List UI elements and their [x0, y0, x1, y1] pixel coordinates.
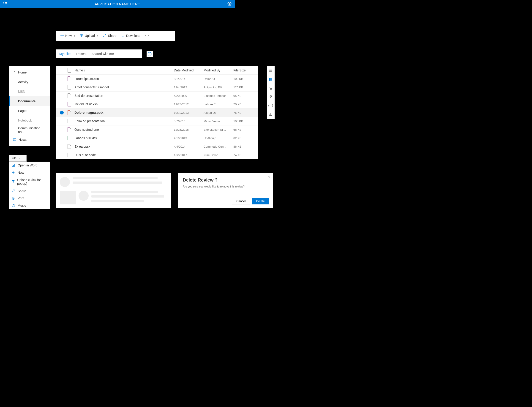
rail-stethoscope-icon[interactable]: [267, 85, 275, 91]
nav-news[interactable]: News: [9, 135, 50, 144]
file-date: 4/16/2013: [174, 136, 204, 140]
menu-print[interactable]: Print: [9, 195, 50, 202]
table-row[interactable]: Sed do.presentation5/20/2020Eiusmod Temp…: [56, 92, 258, 100]
nav-notebook-label: Notebook: [18, 118, 32, 122]
tab-shared[interactable]: Shared with me: [91, 49, 114, 58]
file-modified-by: Commodo Con...: [204, 145, 233, 148]
delete-dialog: ✕ Delete Review ? Are you sure you would…: [178, 173, 273, 208]
nav-home[interactable]: ⌃ Home: [9, 68, 50, 77]
file-icon-header[interactable]: [68, 68, 74, 73]
check-icon: ✓: [60, 111, 64, 114]
file-type-icon: [68, 136, 71, 140]
table-row[interactable]: Enim ad.presentation5/7/2016Minim Veniam…: [56, 117, 258, 125]
download-icon: [121, 34, 125, 38]
tab-my-files[interactable]: My Files: [59, 49, 71, 58]
delete-button[interactable]: Delete: [252, 198, 269, 204]
file-date: 10/6/2017: [174, 153, 204, 157]
dialog-body: Are you sure you would like to remove th…: [183, 185, 269, 188]
nav-documents-label: Documents: [18, 99, 35, 103]
file-modified-by: Dolor Sit: [204, 77, 233, 81]
file-type-icon: [68, 144, 71, 149]
right-rail: { }: [267, 66, 275, 119]
menu-music[interactable]: Music: [9, 202, 50, 209]
file-date: 5/7/2016: [174, 119, 204, 123]
file-size: 76 KB: [233, 111, 254, 114]
menu-new[interactable]: New: [9, 169, 50, 176]
nav-notebook[interactable]: Notebook: [9, 116, 50, 125]
file-modified-by: Eiusmod Tempor: [204, 94, 233, 98]
upload-button[interactable]: Upload ▾: [78, 31, 100, 41]
upload-label: Upload: [85, 34, 95, 38]
column-date[interactable]: Date Modified: [174, 69, 204, 72]
file-menu-button[interactable]: File ▾: [9, 155, 27, 162]
svg-point-9: [269, 79, 270, 80]
share-icon: [12, 189, 15, 193]
file-name: Enim ad.presentation: [74, 119, 174, 123]
share-button[interactable]: Share: [101, 31, 118, 41]
spinner-icon: [148, 52, 152, 56]
gear-icon[interactable]: [227, 2, 231, 6]
menu-open-in-word[interactable]: Open in Word: [9, 162, 50, 169]
file-type-icon: [68, 153, 71, 157]
file-table: Name↑ Date Modified Modified By File Siz…: [56, 66, 258, 159]
cancel-button[interactable]: Cancel: [232, 198, 250, 204]
menu-upload[interactable]: Upload (Click for popup): [9, 176, 50, 187]
rail-chart-icon[interactable]: [267, 111, 275, 117]
svg-point-3: [3, 3, 4, 4]
file-modified-by: Minim Veniam: [204, 119, 233, 123]
file-size: 86 KB: [233, 145, 254, 148]
more-button[interactable]: ···: [143, 34, 152, 38]
file-menu: Open in Word New Upload (Click for popup…: [9, 162, 50, 209]
table-row[interactable]: Ex ea.ppsx4/4/2014Commodo Con...86 KB: [56, 142, 258, 151]
nav-activity[interactable]: Activity: [9, 77, 50, 87]
nav-documents[interactable]: Documents: [9, 96, 50, 106]
file-type-icon: [68, 85, 71, 89]
rail-radio-icon[interactable]: [267, 94, 275, 100]
nav-msn[interactable]: MSN: [9, 87, 50, 96]
download-button[interactable]: Download: [119, 31, 142, 41]
tab-recent[interactable]: Recent: [76, 49, 86, 58]
close-icon[interactable]: ✕: [268, 176, 270, 179]
file-name: Duis aute.code: [74, 153, 174, 157]
file-name: Laboris nisi.xlsx: [74, 136, 174, 140]
column-modified-by[interactable]: Modified By: [204, 69, 233, 72]
svg-point-18: [14, 206, 15, 207]
menu-print-label: Print: [18, 196, 24, 200]
chevron-down-icon: ▾: [19, 157, 20, 160]
menu-new-label: New: [18, 171, 24, 174]
menu-share[interactable]: Share: [9, 187, 50, 195]
table-row[interactable]: ✓Dolore magna.potx10/10/2013Aliqua Ut76 …: [56, 109, 258, 117]
tab-recent-label: Recent: [76, 52, 86, 56]
svg-point-10: [269, 80, 270, 81]
app-bar: APPLICATION NAME HERE: [0, 0, 235, 8]
table-row[interactable]: Duis aute.code10/6/2017Irure Dolor74 KB: [56, 151, 258, 159]
chevron-up-icon: ⌃: [13, 70, 16, 74]
nav-pages[interactable]: Pages: [9, 106, 50, 116]
table-row[interactable]: Lorem ipsum.xsn8/1/2014Dolor Sit102 KB: [56, 75, 258, 83]
table-row[interactable]: Incididunt ut.xsn11/23/2012Labore Et70 K…: [56, 100, 258, 109]
svg-point-12: [270, 97, 271, 98]
table-row[interactable]: Quis nostrud.one12/25/2016Exercitation U…: [56, 125, 258, 134]
plus-icon: [12, 171, 15, 174]
rail-list-icon[interactable]: [267, 76, 275, 83]
file-name: Dolore magna.potx: [74, 111, 174, 114]
file-name: Incididunt ut.xsn: [74, 102, 174, 106]
svg-point-8: [269, 78, 270, 79]
menu-open-label: Open in Word: [18, 164, 37, 167]
svg-point-5: [6, 3, 7, 4]
column-name[interactable]: Name↑: [74, 69, 174, 72]
file-size: 100 KB: [233, 119, 254, 123]
new-button[interactable]: New ▾: [58, 31, 77, 41]
rail-lines-icon[interactable]: [267, 68, 275, 74]
file-modified-by: Labore Et: [204, 102, 233, 106]
dialog-title: Delete Review ?: [183, 177, 269, 183]
table-row[interactable]: Amet consectetur.model12/4/2012Adipiscin…: [56, 83, 258, 92]
column-file-size[interactable]: File Size: [233, 69, 254, 72]
app-title: APPLICATION NAME HERE: [7, 2, 227, 6]
menu-share-label: Share: [18, 189, 26, 193]
table-row[interactable]: Laboris nisi.xlsx4/16/2013Ut Aliquip82 K…: [56, 134, 258, 142]
nav-communication[interactable]: Communication an...: [9, 125, 50, 135]
word-icon: [12, 164, 15, 167]
rail-braces-icon[interactable]: { }: [267, 102, 275, 109]
waffle-icon[interactable]: [3, 2, 7, 6]
